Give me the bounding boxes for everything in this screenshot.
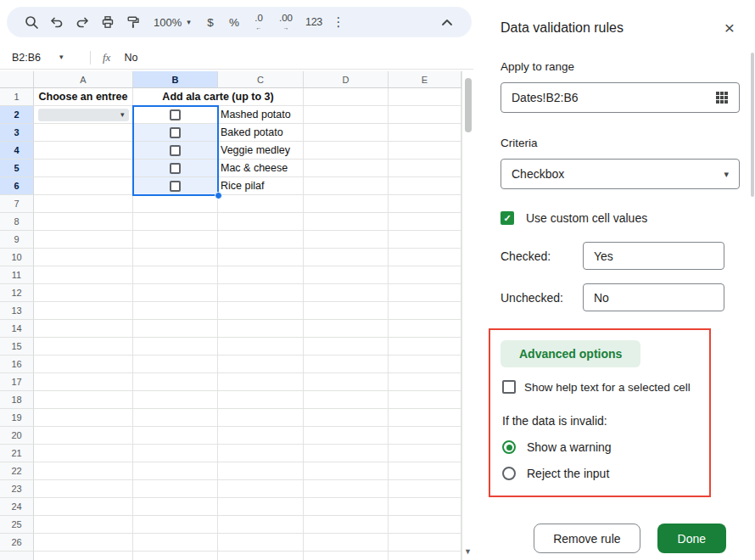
row-header-10[interactable]: 10 <box>0 249 34 266</box>
reject-input-radio[interactable] <box>502 467 516 480</box>
cell-C10[interactable] <box>218 249 304 266</box>
row-header-12[interactable]: 12 <box>0 284 34 302</box>
cell-E2[interactable] <box>389 106 461 124</box>
cell-A13[interactable] <box>34 302 133 320</box>
cell-E24[interactable] <box>389 498 461 516</box>
show-warning-radio[interactable] <box>502 440 516 454</box>
cell-B2[interactable] <box>133 106 218 124</box>
more-options-icon[interactable]: ⋮ <box>327 9 350 35</box>
scrollbar-thumb[interactable] <box>465 78 472 132</box>
cell-E27[interactable] <box>389 552 461 560</box>
cell-checkbox-B4[interactable] <box>170 145 181 156</box>
cell-A12[interactable] <box>34 284 133 302</box>
increase-decimal-button[interactable]: .00 → <box>271 9 300 35</box>
cell-C27[interactable] <box>218 552 304 560</box>
cell-B9[interactable] <box>133 231 218 249</box>
cell-B16[interactable] <box>133 356 218 373</box>
cell-B3[interactable] <box>133 124 218 142</box>
range-input[interactable]: Dates!B2:B6 <box>501 82 740 113</box>
close-icon[interactable]: × <box>724 19 735 36</box>
cell-E22[interactable] <box>389 462 461 480</box>
cell-D6[interactable] <box>304 177 389 195</box>
search-icon[interactable] <box>19 9 44 35</box>
cell-B4[interactable] <box>133 142 218 160</box>
cell-A16[interactable] <box>34 356 133 373</box>
cell-D4[interactable] <box>304 142 389 160</box>
cell-A5[interactable] <box>34 160 133 177</box>
cell-D23[interactable] <box>304 480 389 498</box>
cell-D24[interactable] <box>304 498 389 516</box>
column-header-E[interactable]: E <box>389 71 461 88</box>
cell-C22[interactable] <box>218 462 304 480</box>
cell-A22[interactable] <box>34 462 133 480</box>
number-format-button[interactable]: 123 <box>300 9 327 35</box>
cell-D8[interactable] <box>304 213 389 231</box>
cell-B27[interactable] <box>133 552 218 560</box>
cell-A11[interactable] <box>34 266 133 284</box>
row-header-14[interactable]: 14 <box>0 320 34 338</box>
cell-C16[interactable] <box>218 356 304 373</box>
cell-A15[interactable] <box>34 338 133 356</box>
cell-D17[interactable] <box>304 373 389 391</box>
cell-C21[interactable] <box>218 445 304 462</box>
cell-C18[interactable] <box>218 391 304 409</box>
cell-A24[interactable] <box>34 498 133 516</box>
cell-B5[interactable] <box>133 160 218 177</box>
column-header-B[interactable]: B <box>133 71 218 88</box>
cell-C13[interactable] <box>218 302 304 320</box>
advanced-options-button[interactable]: Advanced options <box>501 340 640 367</box>
row-header-15[interactable]: 15 <box>0 338 34 356</box>
row-header-5[interactable]: 5 <box>0 160 34 177</box>
cell-E11[interactable] <box>389 266 461 284</box>
cell-checkbox-B2[interactable] <box>170 109 181 120</box>
cell-B1[interactable]: Add ala carte (up to 3) <box>133 88 304 106</box>
row-header-20[interactable]: 20 <box>0 427 34 445</box>
cell-A21[interactable] <box>34 445 133 462</box>
cell-E14[interactable] <box>389 320 461 338</box>
unchecked-value-input[interactable]: No <box>583 283 724 311</box>
cell-A27[interactable] <box>34 552 133 560</box>
cell-D1[interactable] <box>304 88 389 106</box>
cell-C11[interactable] <box>218 266 304 284</box>
cell-A1[interactable]: Choose an entree <box>34 88 133 106</box>
cell-B21[interactable] <box>133 445 218 462</box>
row-header-4[interactable]: 4 <box>0 142 34 160</box>
criteria-select[interactable]: Checkbox ▾ <box>501 159 740 189</box>
cell-D16[interactable] <box>304 356 389 373</box>
cell-B17[interactable] <box>133 373 218 391</box>
cell-E20[interactable] <box>389 427 461 445</box>
cell-C3[interactable]: Baked potato <box>218 124 304 142</box>
cell-D9[interactable] <box>304 231 389 249</box>
cell-B18[interactable] <box>133 391 218 409</box>
cell-D5[interactable] <box>304 160 389 177</box>
row-header-7[interactable]: 7 <box>0 195 34 213</box>
row-header-19[interactable]: 19 <box>0 409 34 427</box>
cell-D21[interactable] <box>304 445 389 462</box>
cell-E10[interactable] <box>389 249 461 266</box>
row-header-6[interactable]: 6 <box>0 177 34 195</box>
cell-D12[interactable] <box>304 284 389 302</box>
row-header-3[interactable]: 3 <box>0 124 34 142</box>
sheet-vertical-scrollbar[interactable]: ▼ <box>461 71 473 560</box>
cell-E6[interactable] <box>389 177 461 195</box>
cell-E1[interactable] <box>389 88 461 106</box>
cell-E25[interactable] <box>389 516 461 534</box>
cell-A17[interactable] <box>34 373 133 391</box>
cell-A10[interactable] <box>34 249 133 266</box>
cell-D15[interactable] <box>304 338 389 356</box>
cell-E23[interactable] <box>389 480 461 498</box>
select-data-range-icon[interactable] <box>715 91 729 104</box>
cell-checkbox-B5[interactable] <box>170 163 181 174</box>
row-header-11[interactable]: 11 <box>0 266 34 284</box>
cell-D25[interactable] <box>304 516 389 534</box>
column-header-C[interactable]: C <box>218 71 304 88</box>
cell-D11[interactable] <box>304 266 389 284</box>
entree-dropdown[interactable]: ▾ <box>38 109 129 121</box>
row-header-2[interactable]: 2 <box>0 106 34 124</box>
remove-rule-button[interactable]: Remove rule <box>534 524 640 553</box>
cell-E8[interactable] <box>389 213 461 231</box>
cell-C5[interactable]: Mac & cheese <box>218 160 304 177</box>
cell-E4[interactable] <box>389 142 461 160</box>
cell-B19[interactable] <box>133 409 218 427</box>
cell-A6[interactable] <box>34 177 133 195</box>
